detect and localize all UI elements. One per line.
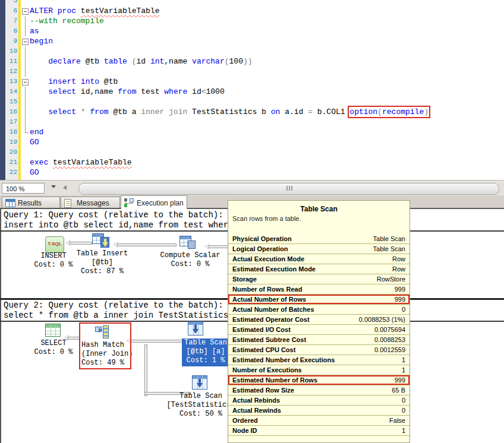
fold-guide	[22, 87, 29, 97]
code-line[interactable]: 20	[0, 147, 504, 157]
property-label: Node ID	[232, 427, 257, 434]
tooltip-row: Estimated Execution ModeRow	[228, 264, 410, 274]
tooltip-row: Actual Rebinds0	[228, 395, 410, 406]
property-label: Logical Operation	[232, 245, 288, 252]
property-label: Estimated Number of Rows	[232, 376, 317, 384]
code-line[interactable]: 5	[0, 0, 504, 6]
table-insert-node-label[interactable]: Table Insert[@tb]Cost: 87 %	[67, 249, 138, 276]
compute-scalar-node-label[interactable]: Compute ScalarCost: 0 %	[155, 251, 226, 269]
code-line[interactable]: 16 select * from @tb a inner join TestSt…	[0, 107, 504, 117]
code-line[interactable]: 12	[0, 67, 504, 77]
select-node-label[interactable]: SELECTCost: 0 %	[24, 339, 83, 357]
sql-editor[interactable]: 56ALTER proc testVariableTable7--with re…	[0, 0, 504, 180]
line-number: 14	[5, 88, 17, 95]
code-text: begin	[30, 37, 53, 46]
code-text: as	[30, 27, 39, 36]
scrollbar-grip-icon	[289, 186, 290, 191]
property-value: 1	[402, 427, 405, 434]
tooltip-row-highlighted: Actual Number of Rows999	[228, 295, 410, 305]
query1-sql: insert into @tb select id,name from test…	[4, 220, 228, 230]
plan-arrow[interactable]	[117, 243, 177, 246]
fold-guide	[22, 56, 29, 67]
property-value: 0	[402, 407, 405, 414]
tooltip-row: StorageRowStore	[228, 274, 410, 284]
query2-sql: select * from @tb a inner join TestStati…	[4, 311, 228, 320]
messages-doc-icon	[64, 199, 71, 208]
code-line[interactable]: 11 declare @tb table (id int,name varcha…	[0, 56, 504, 67]
table-scan-tb-node-label[interactable]: Table Scan[@tb] [a]Cost: 1 %	[182, 338, 229, 366]
code-line[interactable]: 19GO	[0, 137, 504, 147]
line-number: 9	[5, 37, 17, 45]
line-number: 15	[5, 98, 17, 105]
code-line[interactable]: 22GO	[0, 167, 504, 178]
code-line[interactable]: 18end	[0, 127, 504, 137]
recompile-hint-highlight-box: option(recompile)	[349, 107, 429, 116]
property-value: 0.0088253	[374, 336, 405, 343]
fold-guide	[22, 97, 29, 107]
plan-arrow[interactable]	[70, 242, 92, 245]
tooltip-row: Node ID1	[228, 426, 410, 436]
tab-results[interactable]: Results	[2, 197, 60, 208]
results-grid-icon	[5, 199, 15, 207]
property-value: RowStore	[377, 276, 405, 283]
property-label: Number of Rows Read	[232, 286, 302, 293]
editor-statusbar: 100 %	[0, 180, 504, 196]
code-text: select * from @tb a inner join TestStati…	[30, 107, 429, 116]
code-line[interactable]: 8as	[0, 26, 504, 36]
fold-collapse-icon[interactable]	[22, 77, 29, 87]
code-text: select id,name from test where id<1000	[30, 87, 225, 96]
code-line[interactable]: 10	[0, 46, 504, 56]
property-label: Actual Rewinds	[232, 407, 281, 414]
table-scan-icon[interactable]	[192, 375, 210, 391]
execution-plan-icon	[124, 198, 134, 207]
tooltip-row: Estimated CPU Cost0.0012559	[228, 345, 410, 355]
fold-guide	[22, 107, 29, 117]
table-scan-icon[interactable]	[188, 321, 206, 337]
fold-collapse-icon[interactable]	[22, 36, 29, 46]
tooltip-title: Table Scan	[228, 205, 410, 213]
code-line[interactable]: 9begin	[0, 36, 504, 46]
code-line[interactable]: 17	[0, 117, 504, 127]
property-value: Table Scan	[373, 245, 405, 252]
tab-execution-plan-label: Execution plan	[137, 199, 184, 207]
property-value: Row	[392, 265, 405, 273]
line-number: 18	[5, 128, 17, 135]
horizontal-scrollbar[interactable]	[78, 183, 499, 195]
code-line[interactable]: 15	[0, 97, 504, 107]
chevron-down-icon[interactable]	[51, 185, 56, 188]
tooltip-subtitle: Scan rows from a table.	[232, 215, 301, 222]
property-value: 999	[395, 376, 405, 384]
tab-messages[interactable]: Messages	[61, 197, 120, 208]
property-label: Estimated Operator Cost	[232, 316, 310, 323]
tooltip-row: Number of Rows Read999	[228, 284, 410, 295]
tab-execution-plan[interactable]: Execution plan	[121, 195, 187, 209]
property-label: Estimated Subtree Cost	[232, 336, 306, 343]
query1-title: Query 1: Query cost (relative to the bat…	[4, 210, 223, 220]
line-number: 12	[5, 68, 17, 75]
tooltip-rows: Physical OperationTable ScanLogical Oper…	[228, 234, 410, 436]
zoom-level-select[interactable]: 100 %	[2, 183, 45, 194]
code-line[interactable]: 6ALTER proc testVariableTable	[0, 6, 504, 16]
code-text: insert into @tb	[30, 77, 118, 86]
tsql-operator-icon[interactable]: T-SQL	[45, 236, 64, 253]
property-value: False	[389, 417, 405, 424]
property-label: Storage	[232, 276, 257, 283]
select-result-icon[interactable]	[45, 324, 63, 339]
fold-guide	[22, 16, 29, 26]
query2-title: Query 2: Query cost (relative to the bat…	[4, 300, 223, 310]
code-line[interactable]: 13 insert into @tb	[0, 77, 504, 87]
code-line[interactable]: 14 select id,name from test where id<100…	[0, 87, 504, 97]
fold-collapse-icon[interactable]	[22, 6, 29, 16]
table-insert-icon[interactable]	[92, 233, 110, 249]
line-number: 13	[5, 78, 17, 85]
fold-guide	[22, 46, 29, 56]
compute-scalar-icon[interactable]	[179, 236, 197, 251]
tooltip-row: Logical OperationTable Scan	[228, 244, 410, 254]
code-line[interactable]: 21exec testVariableTable	[0, 157, 504, 167]
scroll-left-arrow-icon[interactable]	[63, 185, 67, 190]
property-label: Actual Rebinds	[232, 397, 280, 404]
tooltip-row: Actual Execution ModeRow	[228, 254, 410, 264]
code-line[interactable]: 7--with recompile	[0, 16, 504, 26]
property-value: 0	[402, 397, 405, 404]
line-number: 22	[5, 169, 17, 176]
